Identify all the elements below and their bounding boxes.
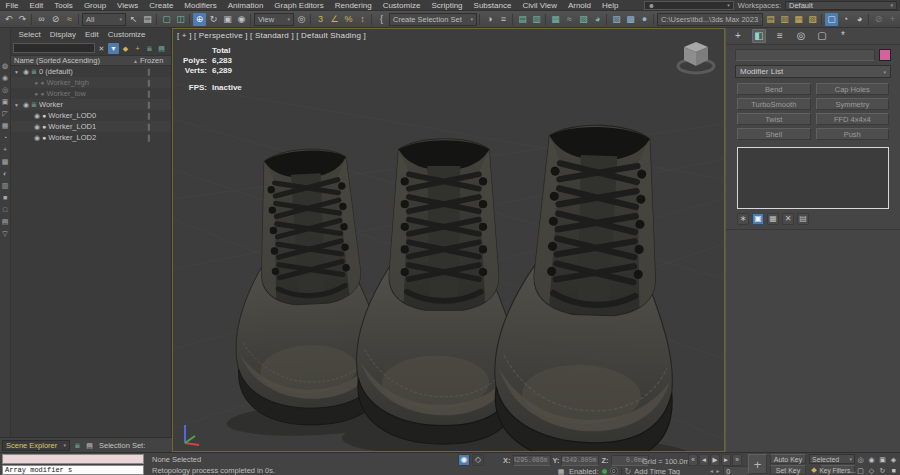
viewport-label[interactable]: [ + ] [ Perspective ] [ Standard ] [ Def… — [177, 31, 366, 40]
explorer-mode-icon[interactable]: ≣ — [72, 440, 83, 451]
isolate-selection-icon[interactable]: ◉ — [458, 454, 470, 466]
remove-modifier-icon[interactable]: ✕ — [782, 213, 794, 225]
mirror-icon[interactable]: ◑ — [483, 13, 496, 26]
use-pivot-center-icon[interactable]: ◎ — [295, 13, 308, 26]
key-selection-dropdown[interactable]: Selected ▾ — [809, 454, 855, 464]
visibility-icon[interactable]: ● — [34, 79, 38, 86]
menu-scripting[interactable]: Scripting — [426, 0, 468, 11]
toggle-layer-explorer-icon[interactable]: ▥ — [530, 13, 543, 26]
explorer-tool-icon[interactable]: + — [0, 144, 10, 155]
maxscript-mini-listener[interactable]: Array modifier s — [2, 465, 144, 475]
tab-utilities[interactable]: * — [836, 29, 850, 43]
select-by-name-icon[interactable]: ▤ — [141, 13, 154, 26]
object-row-worker-lod2[interactable]: ◉ ● Worker_LOD2 ∥ — [11, 132, 171, 143]
frozen-toggle-icon[interactable]: ∥ — [147, 112, 171, 120]
toggle-scene-explorer-icon[interactable]: ▤ — [516, 13, 529, 26]
x-coordinate-field[interactable]: -4295.086m — [513, 455, 551, 466]
viewport-canvas[interactable] — [173, 29, 724, 451]
se-menu-select[interactable]: Select — [14, 29, 45, 40]
orbit-icon[interactable]: ↻ — [877, 465, 888, 475]
activeshade-icon[interactable]: ◕ — [853, 13, 866, 26]
perspective-viewport[interactable]: [ + ] [ Perspective ] [ Standard ] [ Def… — [172, 28, 725, 452]
explorer-tool-icon[interactable]: ▣ — [0, 96, 10, 107]
menu-graph-editors[interactable]: Graph Editors — [269, 0, 329, 11]
explorer-tool-icon[interactable]: ▩ — [0, 156, 10, 167]
frozen-column-header[interactable]: Frozen — [140, 56, 168, 65]
redo-icon[interactable]: ↷ — [16, 13, 29, 26]
render-production-icon[interactable]: ▢ — [825, 13, 838, 26]
explorer-tool-icon[interactable]: □ — [0, 204, 10, 215]
explorer-column-header[interactable]: Name (Sorted Ascending) ▲ Frozen — [11, 55, 171, 66]
explorer-tool-icon[interactable]: ◐ — [0, 168, 10, 179]
configure-modifier-sets-icon[interactable]: ▤ — [797, 213, 809, 225]
se-menu-edit[interactable]: Edit — [80, 29, 103, 40]
create-selection-set-dropdown[interactable]: Create Selection Set▾ — [389, 13, 477, 26]
explorer-tool-icon[interactable]: ▤ — [0, 216, 10, 227]
menu-file[interactable]: File — [0, 0, 24, 11]
macro-recorder-field[interactable] — [2, 454, 144, 464]
search-input[interactable] — [13, 43, 95, 53]
pan-icon[interactable]: ◇ — [866, 465, 877, 475]
workspace-dropdown[interactable]: Default ▾ — [785, 1, 897, 10]
select-object-icon[interactable]: ↖ — [127, 13, 140, 26]
frozen-toggle-icon[interactable]: ∥ — [147, 90, 171, 98]
pin-stack-icon[interactable]: ∗ — [737, 213, 749, 225]
boots-3d-model[interactable] — [213, 121, 711, 451]
set-key-button[interactable]: Set Key — [770, 465, 806, 475]
modifier-button-shell[interactable]: Shell — [737, 128, 811, 140]
modifier-button-bend[interactable]: Bend — [737, 83, 811, 95]
object-row-worker-lod1[interactable]: ◉ ● Worker_LOD1 ∥ — [11, 121, 171, 132]
explorer-tool-icon[interactable]: ◸ — [0, 108, 10, 119]
previous-frame-icon[interactable]: ◄ — [699, 454, 709, 466]
menu-customize[interactable]: Customize — [377, 0, 426, 11]
align-icon[interactable]: ≡ — [497, 13, 510, 26]
refresh-icon[interactable]: ↻ — [625, 467, 632, 475]
make-unique-icon[interactable]: ▦ — [767, 213, 779, 225]
reference-coordinate-dropdown[interactable]: View▾ — [254, 13, 294, 26]
zoom-extents-icon[interactable]: ▣ — [877, 454, 888, 465]
selection-lock-icon[interactable]: ◇ — [472, 454, 484, 466]
maximize-viewport-icon[interactable]: ■ — [888, 465, 899, 475]
menu-modifiers[interactable]: Modifiers — [179, 0, 222, 11]
disabled-tool-icon[interactable]: ⊘ — [872, 13, 885, 26]
material-editor-icon[interactable]: ◕ — [591, 13, 604, 26]
set-keys-button[interactable]: + — [748, 454, 767, 474]
expand-arrow-icon[interactable]: ▼ — [14, 69, 21, 75]
auto-key-button[interactable]: Auto Key — [770, 454, 806, 464]
expand-arrow-icon[interactable]: ▼ — [14, 102, 21, 108]
listener-mini-icon[interactable]: ▦ — [556, 466, 566, 475]
layers-icon[interactable]: ≣ — [144, 43, 155, 54]
modifier-button-cap-holes[interactable]: Cap Holes — [816, 83, 890, 95]
bind-to-spacewarp-icon[interactable]: ≈ — [63, 13, 76, 26]
rectangular-selection-icon[interactable]: ▢ — [160, 13, 173, 26]
modifier-stack[interactable] — [737, 147, 889, 209]
percent-snap-icon[interactable]: % — [342, 13, 355, 26]
modifier-button-turbosmooth[interactable]: TurboSmooth — [737, 98, 811, 110]
explorer-tool-icon[interactable]: ◔ — [0, 132, 10, 143]
explorer-tool-icon[interactable]: ◍ — [0, 60, 10, 71]
add-time-tag[interactable]: Add Time Tag — [634, 467, 680, 475]
frozen-toggle-icon[interactable]: ∥ — [147, 123, 171, 131]
visibility-icon[interactable]: ● — [34, 90, 38, 97]
select-and-place-icon[interactable]: ◉ — [235, 13, 248, 26]
snap-toggle-3d-icon[interactable]: 3 — [314, 13, 327, 26]
field-of-view-icon[interactable]: ▢ — [855, 465, 866, 475]
frozen-toggle-icon[interactable]: ∥ — [147, 134, 171, 142]
menu-arnold[interactable]: Arnold — [562, 0, 596, 11]
scene-explorer-title-dropdown[interactable]: Scene Explorer ▾ — [2, 440, 70, 451]
se-menu-display[interactable]: Display — [45, 29, 80, 40]
undo-icon[interactable]: ↶ — [2, 13, 15, 26]
filter-icon[interactable]: ▼ — [108, 43, 119, 54]
frozen-toggle-icon[interactable]: ∥ — [147, 79, 171, 87]
menu-group[interactable]: Group — [78, 0, 111, 11]
tab-motion[interactable]: ◎ — [794, 29, 808, 43]
explorer-tool-icon[interactable]: ◉ — [0, 72, 10, 83]
spinner-snap-icon[interactable]: ↕ — [356, 13, 369, 26]
object-name-field[interactable] — [735, 49, 875, 61]
import-tool-icon[interactable]: ▤ — [764, 13, 777, 26]
menu-create[interactable]: Create — [144, 0, 179, 11]
frozen-toggle-icon[interactable]: ∥ — [147, 68, 171, 76]
toggle-ribbon-icon[interactable]: ▦ — [549, 13, 562, 26]
render-iterative-icon[interactable]: ◔ — [839, 13, 852, 26]
y-coordinate-field[interactable]: 4349.805m — [561, 455, 599, 466]
